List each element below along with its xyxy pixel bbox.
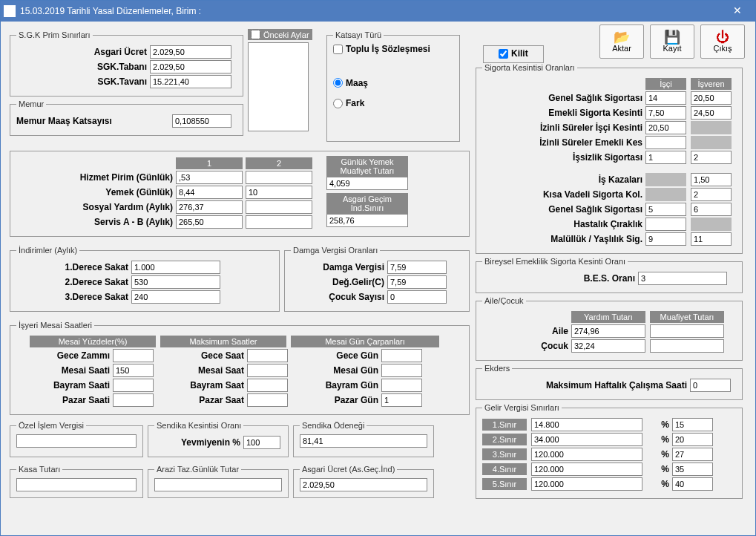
kaza-isveren-input[interactable] xyxy=(691,173,732,186)
disabled-cell xyxy=(691,218,732,231)
yemek-1-input[interactable] xyxy=(176,186,243,199)
mesai-fieldset: İşyeri Mesai Saatleri Mesai Yüzdeler(%) … xyxy=(10,321,470,415)
daily-fieldset: 12 Hizmet Pirim (Günlük) Yemek (Günlük) … xyxy=(10,151,470,237)
pazar-saat-input[interactable] xyxy=(247,393,288,407)
izin-isci-input[interactable] xyxy=(645,121,686,134)
sgk-taban-input[interactable] xyxy=(150,60,231,73)
cikis-button[interactable]: ⏻Çıkış xyxy=(700,24,745,59)
gunluk-yemek-input[interactable] xyxy=(326,177,408,190)
sakat-3-input[interactable] xyxy=(131,290,220,304)
ekders-input[interactable] xyxy=(690,379,731,392)
asgari-ind-input[interactable] xyxy=(300,478,427,491)
disabled-cell xyxy=(645,173,686,186)
issizlik-isveren-input[interactable] xyxy=(691,151,732,164)
sosyal-2-input[interactable] xyxy=(246,200,312,214)
hizmet-2-input[interactable] xyxy=(246,171,312,184)
mesai-saat-input[interactable] xyxy=(247,364,288,377)
asgari-gecim-input[interactable] xyxy=(326,214,408,227)
issizlik-isci-input[interactable] xyxy=(645,151,686,164)
yemek-2-input[interactable] xyxy=(246,186,312,199)
emekli-isveren-input[interactable] xyxy=(691,106,732,120)
sinir1-pct-input[interactable] xyxy=(672,418,713,431)
emekli-isci-input[interactable] xyxy=(645,106,686,120)
app-icon xyxy=(4,5,16,17)
izin-emekli-input[interactable] xyxy=(645,136,686,149)
sendika-kesinti-fieldset: Sendika Kesintisi OranıYevmiyenin % xyxy=(148,421,289,457)
servis-1-input[interactable] xyxy=(176,215,243,229)
ozel-islem-input[interactable] xyxy=(16,434,137,448)
sinir4-pct-input[interactable] xyxy=(672,463,713,476)
fark-radio[interactable]: Fark xyxy=(333,98,364,108)
ekders-fieldset: Ekders Maksimum Haftalık Çalışma Saati xyxy=(476,364,743,400)
sigorta-fieldset: Sigorta Kesintisi Oranları İşçiİşveren G… xyxy=(476,63,743,254)
pazar-saati-input[interactable] xyxy=(113,393,154,407)
sakat-2-input[interactable] xyxy=(131,275,220,289)
cocuk-yardim-input[interactable] xyxy=(571,339,645,353)
malulluk-isveren-input[interactable] xyxy=(691,232,732,246)
cocuk-muaf-input[interactable] xyxy=(650,339,724,353)
sinir3-pct-input[interactable] xyxy=(672,448,713,461)
disabled-cell xyxy=(691,136,732,149)
close-button[interactable]: ✕ xyxy=(723,2,752,20)
kasa-input[interactable] xyxy=(16,478,137,491)
power-icon: ⏻ xyxy=(716,30,729,44)
toplu-is-check[interactable]: Toplu İş Sözleşmesi xyxy=(333,44,430,54)
memur-katsayi-input[interactable] xyxy=(172,114,231,128)
gss2-isveren-input[interactable] xyxy=(691,203,732,216)
yevmiye-input[interactable] xyxy=(243,436,280,449)
sinir5-pct-input[interactable] xyxy=(672,477,713,491)
sinir4-input[interactable] xyxy=(531,463,642,476)
mesai-gun-input[interactable] xyxy=(381,364,422,377)
sinir3-input[interactable] xyxy=(531,448,642,461)
sinir2-input[interactable] xyxy=(531,433,642,446)
bayram-gun-input[interactable] xyxy=(381,379,422,392)
titlebar: 15.03.2019 Tarihli Yasal Düzenlemeler, B… xyxy=(1,1,755,22)
bayram-saat-input[interactable] xyxy=(247,379,288,392)
sinir2-pct-input[interactable] xyxy=(672,433,713,446)
sendika-odenegi-fieldset: Sendika Ödeneği xyxy=(293,421,434,457)
arazi-input[interactable] xyxy=(154,478,282,491)
pazar-gun-input[interactable] xyxy=(381,393,422,407)
sgk-tavan-input[interactable] xyxy=(150,75,231,88)
kilit-check[interactable]: Kilit xyxy=(499,48,528,59)
kisa-isveren-input[interactable] xyxy=(691,188,732,201)
gece-zammi-input[interactable] xyxy=(113,349,154,362)
maas-radio[interactable]: Maaş xyxy=(333,78,368,88)
memur-fieldset: Memur Memur Maaş Katsayısı xyxy=(10,99,243,136)
arazi-fieldset: Arazi Taz.Günlük Tutar xyxy=(148,465,289,498)
sosyal-1-input[interactable] xyxy=(176,200,243,214)
onceki-aylar-check[interactable]: Önceki Aylar xyxy=(248,29,312,40)
gelir-fieldset: Gelir Vergisi Sınırları 1.Sınır% 2.Sınır… xyxy=(476,403,743,499)
gece-gun-input[interactable] xyxy=(381,349,422,362)
aile-muaf-input[interactable] xyxy=(650,324,724,338)
gss-isci-input[interactable] xyxy=(645,91,686,105)
deg-gelir-input[interactable] xyxy=(387,275,447,289)
gss2-isci-input[interactable] xyxy=(645,203,686,216)
bayram-saati-input[interactable] xyxy=(113,379,154,392)
malulluk-isci-input[interactable] xyxy=(645,232,686,246)
gss-isveren-input[interactable] xyxy=(691,91,732,105)
disabled-cell xyxy=(645,188,686,201)
sinir5-input[interactable] xyxy=(531,477,642,491)
save-icon: 💾 xyxy=(664,30,680,44)
mesai-saati-input[interactable] xyxy=(113,364,154,377)
damga-vergisi-input[interactable] xyxy=(387,261,447,274)
aile-yardim-input[interactable] xyxy=(571,324,645,338)
gece-saat-input[interactable] xyxy=(247,349,288,362)
bes-input[interactable] xyxy=(638,272,727,285)
sgk-fieldset: S.G.K Prim Sınırları Asgari Ücret SGK.Ta… xyxy=(10,30,243,97)
bes-fieldset: Bireysel Emeklilik Sigorta Kesinti Oranı… xyxy=(476,257,743,293)
hastalik-isci-input[interactable] xyxy=(645,218,686,231)
kasa-fieldset: Kasa Tutarı xyxy=(10,465,143,498)
window-title: 15.03.2019 Tarihli Yasal Düzenlemeler, B… xyxy=(20,6,723,16)
onceki-aylar-list[interactable] xyxy=(248,42,309,131)
aktar-button[interactable]: 📂Aktar xyxy=(599,24,644,59)
cocuk-sayisi-input[interactable] xyxy=(387,290,447,304)
sinir1-input[interactable] xyxy=(531,418,642,431)
servis-2-input[interactable] xyxy=(246,215,312,229)
sakat-1-input[interactable] xyxy=(131,261,220,274)
asgari-ucret-input[interactable] xyxy=(150,45,231,59)
hizmet-1-input[interactable] xyxy=(176,171,243,184)
sendika-odenegi-input[interactable] xyxy=(300,434,427,448)
kayit-button[interactable]: 💾Kayıt xyxy=(650,24,694,59)
